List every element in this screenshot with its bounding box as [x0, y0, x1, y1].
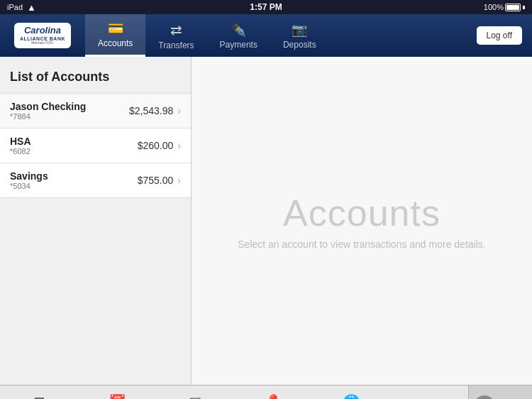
account-right-hsa: $260.00 ›: [138, 140, 181, 151]
logoff-button[interactable]: Log off: [477, 26, 522, 45]
account-info-hsa: HSA *6082: [10, 136, 31, 155]
account-item-checking[interactable]: Jason Checking *7884 $2,543.98 ›: [0, 94, 191, 129]
carrier-label: iPad: [7, 3, 23, 11]
logo-box: Carolina ALLIANCE BANK Member FDIC: [14, 23, 71, 48]
status-left: iPad ▲: [7, 2, 36, 13]
tab-payments-label: Payments: [220, 40, 257, 50]
tab-deposits-label: Deposits: [283, 40, 316, 50]
account-item-hsa[interactable]: HSA *6082 $260.00 ›: [0, 129, 191, 163]
placeholder-subtitle: Select an account to view transactions a…: [238, 239, 485, 250]
logo-area: Carolina ALLIANCE BANK Member FDIC: [0, 14, 85, 57]
status-right: 100%: [484, 3, 525, 11]
status-time: 1:57 PM: [250, 2, 282, 12]
wifi-icon: ▲: [27, 2, 36, 13]
account-right-checking: $2,543.98 ›: [129, 105, 181, 116]
battery-tip: [523, 6, 525, 9]
bottom-tab-calculator[interactable]: ⊞ Calculator: [0, 386, 78, 399]
chevron-icon-savings: ›: [177, 175, 181, 186]
bottom-tab-more[interactable]: ••• More: [390, 386, 468, 399]
left-panel: List of Accounts Jason Checking *7884 $2…: [0, 57, 192, 385]
right-panel: Accounts Select an account to view trans…: [192, 57, 532, 385]
tab-payments[interactable]: ✒️ Payments: [207, 14, 270, 57]
more-icon: •••: [422, 396, 437, 400]
tab-accounts[interactable]: 💳 Accounts: [85, 14, 145, 57]
tab-transfers[interactable]: ⇄ Transfers: [145, 14, 206, 57]
tab-transfers-label: Transfers: [158, 40, 194, 50]
account-item-savings[interactable]: Savings *5034 $755.00 ›: [0, 163, 191, 198]
account-right-savings: $755.00 ›: [138, 175, 181, 186]
logo-line1: Carolina: [24, 26, 61, 35]
battery-indicator: 100%: [484, 3, 525, 11]
nav-tabs: 💳 Accounts ⇄ Transfers ✒️ Payments 📷 Dep…: [85, 14, 467, 57]
chevron-icon-checking: ›: [177, 105, 181, 116]
logoff-area: Log off: [467, 14, 532, 57]
tab-accounts-label: Accounts: [98, 38, 133, 48]
tab-deposits[interactable]: 📷 Deposits: [270, 14, 329, 57]
account-list: Jason Checking *7884 $2,543.98 › HSA *60…: [0, 94, 191, 385]
account-info-checking: Jason Checking *7884: [10, 101, 86, 121]
account-balance-checking: $2,543.98: [129, 105, 173, 116]
contact-icon: ✉: [189, 393, 201, 400]
pull-services-button[interactable]: ⚙ Pull forServices: [468, 386, 532, 399]
accounts-icon: 💳: [108, 21, 123, 36]
account-number-checking: *7884: [10, 112, 86, 121]
bottom-tabs: ⊞ Calculator 📅 Calendar ✉ Contact 📍 Loca…: [0, 386, 468, 399]
chevron-icon-hsa: ›: [177, 140, 181, 151]
locations-icon: 📍: [265, 393, 282, 400]
battery-label: 100%: [484, 3, 504, 11]
bottom-tab-online-banking[interactable]: 🌐 Online Banking: [312, 386, 390, 399]
status-bar: iPad ▲ 1:57 PM 100%: [0, 0, 532, 14]
bottom-tab-calendar[interactable]: 📅 Calendar: [78, 386, 156, 399]
battery-body: [505, 4, 521, 11]
account-balance-hsa: $260.00: [138, 140, 174, 151]
list-header: List of Accounts: [0, 57, 191, 94]
bottom-tab-locations[interactable]: 📍 Locations: [234, 386, 312, 399]
account-name-savings: Savings: [10, 170, 48, 182]
bottom-tab-contact[interactable]: ✉ Contact: [156, 386, 234, 399]
placeholder-title: Accounts: [283, 192, 440, 234]
logo-line3: Member FDIC: [31, 41, 53, 45]
calculator-icon: ⊞: [33, 393, 45, 400]
account-number-hsa: *6082: [10, 147, 31, 155]
bottom-bar: ⊞ Calculator 📅 Calendar ✉ Contact 📍 Loca…: [0, 385, 532, 399]
calendar-icon: 📅: [109, 393, 126, 400]
online-banking-icon: 🌐: [343, 393, 360, 400]
account-balance-savings: $755.00: [138, 175, 174, 186]
account-name-checking: Jason Checking: [10, 101, 86, 112]
account-number-savings: *5034: [10, 182, 48, 190]
payments-icon: ✒️: [231, 22, 246, 38]
gear-icon: ⚙: [473, 395, 496, 400]
transfers-icon: ⇄: [170, 21, 182, 38]
deposits-icon: 📷: [292, 22, 307, 38]
account-name-hsa: HSA: [10, 136, 31, 147]
account-info-savings: Savings *5034: [10, 170, 48, 190]
battery-fill: [506, 5, 519, 10]
main-content: List of Accounts Jason Checking *7884 $2…: [0, 57, 532, 385]
header: Carolina ALLIANCE BANK Member FDIC 💳 Acc…: [0, 14, 532, 57]
